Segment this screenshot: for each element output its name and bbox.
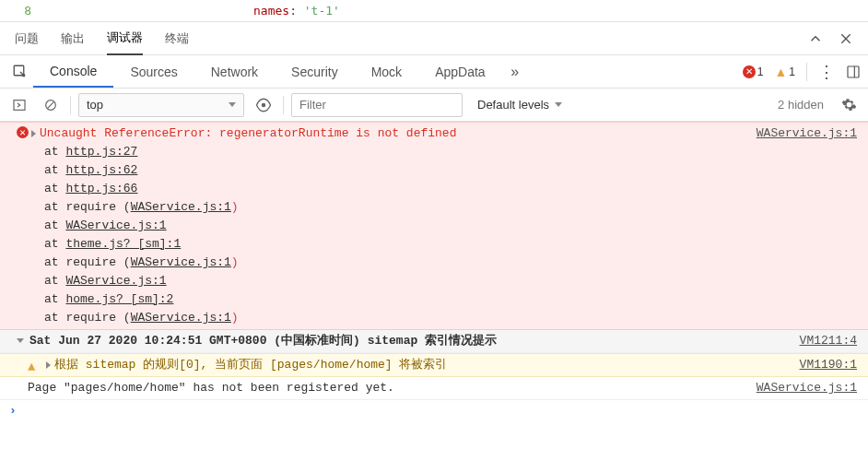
kebab-icon[interactable]: ⋮ xyxy=(818,62,835,82)
stack-frame: at require (WAService.js:1) xyxy=(17,309,859,327)
devtab-appdata[interactable]: AppData xyxy=(418,57,501,87)
stack-link[interactable]: WAService.js:1 xyxy=(65,274,166,288)
console-error-message[interactable]: ✕ WAService.js:1 Uncaught ReferenceError… xyxy=(0,122,868,330)
panel-tab-bar: 问题 输出 调试器 终端 xyxy=(0,22,868,55)
separator xyxy=(283,96,284,114)
hidden-count[interactable]: 2 hidden xyxy=(778,98,829,112)
devtab-security[interactable]: Security xyxy=(275,57,355,87)
svg-rect-3 xyxy=(848,66,859,77)
stack-link[interactable]: theme.js? [sm]:1 xyxy=(65,237,181,251)
context-selector[interactable]: top xyxy=(78,93,244,117)
devtab-network[interactable]: Network xyxy=(194,57,275,87)
sidebar-toggle-icon[interactable] xyxy=(7,93,31,117)
stack-frame: at WAService.js:1 xyxy=(17,217,859,235)
message-source-link[interactable]: WAService.js:1 xyxy=(757,379,857,397)
console-group-message[interactable]: VM1211:4 Sat Jun 27 2020 10:24:51 GMT+08… xyxy=(0,330,868,353)
devtools-tab-bar: Console Sources Network Security Mock Ap… xyxy=(0,55,868,89)
expand-icon[interactable] xyxy=(46,361,51,369)
dock-icon[interactable] xyxy=(846,65,861,79)
stack-frame: at require (WAService.js:1) xyxy=(17,198,859,217)
tab-output[interactable]: 输出 xyxy=(61,23,85,54)
expand-icon[interactable] xyxy=(31,130,36,137)
stack-frame: at theme.js? [sm]:1 xyxy=(17,235,859,254)
stack-frame: at home.js? [sm]:2 xyxy=(17,290,859,309)
stack-link[interactable]: WAService.js:1 xyxy=(131,200,231,214)
error-count-badge[interactable]: ✕1 xyxy=(743,65,764,78)
stack-frame: at http.js:66 xyxy=(17,180,859,198)
collapse-icon[interactable] xyxy=(17,338,24,343)
devtab-mock[interactable]: Mock xyxy=(355,57,418,87)
code-text: names: 't-1' xyxy=(46,4,340,18)
stack-link[interactable]: http.js:62 xyxy=(65,163,137,177)
close-icon[interactable] xyxy=(839,31,853,46)
levels-selector[interactable]: Default levels xyxy=(470,93,569,117)
stack-link[interactable]: http.js:27 xyxy=(65,145,137,159)
context-value: top xyxy=(87,98,103,112)
message-source-link[interactable]: VM1211:4 xyxy=(800,332,857,350)
clear-console-icon[interactable] xyxy=(39,93,63,117)
more-tabs-icon[interactable]: » xyxy=(502,59,528,85)
devtab-sources[interactable]: Sources xyxy=(113,57,194,87)
console-prompt[interactable]: › xyxy=(0,400,868,422)
message-source-link[interactable]: WAService.js:1 xyxy=(757,124,857,143)
settings-icon[interactable] xyxy=(837,93,861,117)
log-text: Page "pages/home/home" has not been regi… xyxy=(28,381,394,395)
collapse-icon[interactable] xyxy=(807,30,824,47)
stack-link[interactable]: http.js:66 xyxy=(65,182,137,195)
stack-link[interactable]: home.js? [sm]:2 xyxy=(65,292,173,306)
editor-line: 8 names: 't-1' xyxy=(0,0,868,22)
chevron-down-icon xyxy=(229,102,236,107)
console-messages: ✕ WAService.js:1 Uncaught ReferenceError… xyxy=(0,122,868,422)
svg-line-7 xyxy=(48,101,54,108)
console-filter-bar: top Default levels 2 hidden xyxy=(0,89,868,122)
warning-count-badge[interactable]: ▲1 xyxy=(774,65,795,79)
stack-frame: at http.js:27 xyxy=(17,143,859,161)
console-warning-message[interactable]: ▲ VM1190:1 根据 sitemap 的规则[0], 当前页面 [page… xyxy=(0,353,868,377)
separator xyxy=(806,63,807,81)
error-text: Uncaught ReferenceError: regeneratorRunt… xyxy=(40,126,456,140)
filter-input[interactable] xyxy=(291,93,463,117)
svg-point-8 xyxy=(262,102,266,107)
console-log-message[interactable]: WAService.js:1 Page "pages/home/home" ha… xyxy=(0,377,868,400)
chevron-down-icon xyxy=(555,102,562,107)
error-icon: ✕ xyxy=(17,126,29,138)
warning-icon: ▲ xyxy=(28,358,35,376)
stack-link[interactable]: WAService.js:1 xyxy=(131,255,231,269)
group-text: Sat Jun 27 2020 10:24:51 GMT+0800 (中国标准时… xyxy=(29,334,497,348)
stack-frame: at http.js:62 xyxy=(17,161,859,180)
stack-link[interactable]: WAService.js:1 xyxy=(131,311,231,325)
message-source-link[interactable]: VM1190:1 xyxy=(800,356,857,374)
stack-link[interactable]: WAService.js:1 xyxy=(65,219,166,232)
inspect-icon[interactable] xyxy=(7,59,33,85)
devtab-console[interactable]: Console xyxy=(33,56,113,88)
stack-frame: at require (WAService.js:1) xyxy=(17,254,859,272)
tab-debugger[interactable]: 调试器 xyxy=(107,22,143,55)
tab-problems[interactable]: 问题 xyxy=(15,23,39,54)
line-number: 8 xyxy=(0,4,46,18)
separator xyxy=(70,96,71,114)
live-expression-icon[interactable] xyxy=(252,93,276,117)
warning-text: 根据 sitemap 的规则[0], 当前页面 [pages/home/home… xyxy=(54,358,447,372)
tab-terminal[interactable]: 终端 xyxy=(165,23,189,54)
stack-frame: at WAService.js:1 xyxy=(17,272,859,290)
